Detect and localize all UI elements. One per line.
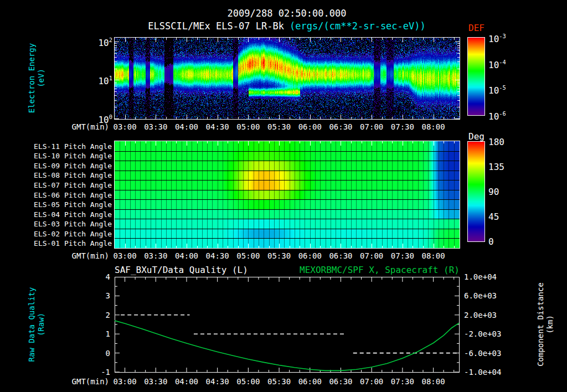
x-tick-label: 06:00 — [298, 378, 322, 386]
bottom-title-left: SAF_BXuT/Data Quality (L) — [115, 266, 248, 274]
x-tick-label: 03:30 — [144, 378, 167, 386]
y-tick-label: -2.0e+03 — [464, 330, 501, 338]
pitch-row-label: ELS-07 Pitch Angle — [34, 180, 112, 189]
colorbar-tick-label: 0 — [488, 238, 494, 246]
x-tick-label: 03:00 — [113, 123, 136, 131]
pitch-row-label: ELS-01 Pitch Angle — [34, 239, 112, 247]
x-tick-label: 07:00 — [360, 378, 383, 386]
y-tick-label: 1 — [106, 330, 110, 338]
distance-y-axis-label: Component Distance (km) — [536, 282, 555, 367]
colorbar-tick-label: 90 — [488, 188, 499, 196]
y-tick-label: -1 — [101, 368, 110, 376]
colorbar-tick-label: 10-6 — [488, 110, 506, 120]
y-tick-label: 102 — [98, 36, 112, 47]
axis-label-line: (eV) — [37, 43, 46, 113]
gmt-axis-label: GMT(min) — [72, 252, 109, 260]
y-tick-label: 6.0e+03 — [464, 292, 497, 300]
y-tick-label: 101 — [98, 75, 112, 85]
x-tick-label: 08:00 — [422, 123, 445, 131]
pitch-row-label: ELS-06 Pitch Angle — [34, 190, 112, 199]
x-tick-label: 05:30 — [267, 378, 291, 386]
x-tick-label: 05:30 — [267, 252, 291, 260]
pitch-angle-canvas — [114, 141, 460, 249]
y-tick-label: 3 — [106, 292, 110, 300]
x-tick-label: 08:00 — [422, 252, 445, 260]
title-instrument: ELSSCIL/MEx ELS-07 LR-Bk — [148, 20, 284, 32]
y-tick-label: 0 — [106, 349, 110, 357]
x-tick-label: 05:00 — [236, 378, 260, 386]
title-units-label: (ergs/(cm**2-sr-sec-eV)) — [284, 20, 426, 32]
x-tick-label: 07:30 — [391, 378, 414, 386]
y-tick-label: 2 — [106, 311, 110, 319]
colorbar-tick-label: 180 — [488, 138, 504, 146]
y-tick-label: 2.0e+03 — [464, 311, 497, 319]
x-tick-label: 04:30 — [206, 252, 229, 260]
deg-colorbar-label: Deg — [468, 132, 484, 141]
pitch-row-label: ELS-04 Pitch Angle — [34, 210, 112, 218]
x-tick-label: 08:00 — [422, 378, 445, 386]
x-tick-label: 04:30 — [206, 378, 229, 386]
x-tick-label: 05:00 — [236, 252, 260, 260]
x-tick-label: 07:00 — [360, 252, 383, 260]
pitch-row-label: ELS-08 Pitch Angle — [34, 171, 112, 179]
x-tick-label: 03:00 — [113, 252, 136, 260]
pitch-row-label: ELS-03 Pitch Angle — [34, 220, 112, 228]
colorbar-tick-label: 45 — [488, 213, 499, 221]
pitch-row-label: ELS-11 Pitch Angle — [34, 142, 112, 150]
def-colorbar-canvas — [467, 37, 485, 116]
distance-curve — [115, 321, 459, 370]
def-colorbar-label: DEF — [468, 24, 484, 32]
quality-y-axis-label: Raw Data Quality (Raw) — [27, 287, 46, 362]
science-plot-screen: 2009/288 02:50:00.000 ELSSCIL/MEx ELS-07… — [0, 0, 567, 392]
x-tick-label: 04:30 — [206, 123, 229, 131]
x-tick-label: 04:00 — [175, 378, 198, 386]
colorbar-tick-label: 10-5 — [488, 84, 506, 95]
y-tick-label: -1.0e+04 — [464, 368, 501, 376]
axis-label-line: (km) — [545, 282, 555, 367]
bottom-title-right: MEXORBMC/SPF X, Spacecraft (R) — [300, 266, 460, 274]
x-tick-label: 03:30 — [144, 123, 167, 131]
colorbar-tick-label: 10-4 — [488, 58, 506, 69]
gmt-axis-label: GMT(min) — [72, 378, 109, 386]
pitch-row-label: ELS-09 Pitch Angle — [34, 161, 112, 169]
x-tick-label: 07:30 — [391, 252, 414, 260]
pitch-row-label: ELS-05 Pitch Angle — [34, 200, 112, 209]
x-tick-label: 03:00 — [113, 378, 136, 386]
x-tick-label: 05:30 — [267, 123, 291, 131]
axis-label-line: Component Distance — [536, 282, 545, 367]
quality-distance-svg — [115, 277, 460, 373]
x-tick-label: 06:30 — [329, 252, 352, 260]
y-tick-label: 100 — [98, 113, 112, 123]
title-line2: ELSSCIL/MEx ELS-07 LR-Bk (ergs/(cm**2-sr… — [148, 22, 426, 30]
x-tick-label: 06:30 — [329, 378, 352, 386]
pitch-row-label: ELS-10 Pitch Angle — [34, 152, 112, 160]
x-tick-label: 06:30 — [329, 123, 352, 131]
y-tick-label: -6.0e+03 — [464, 349, 501, 357]
x-tick-label: 04:00 — [175, 252, 198, 260]
x-tick-label: 03:30 — [144, 252, 167, 260]
colorbar-tick-label: 135 — [488, 163, 504, 171]
deg-colorbar-canvas — [467, 141, 485, 242]
x-tick-label: 05:00 — [236, 123, 260, 131]
x-tick-label: 06:00 — [298, 123, 322, 131]
y-tick-label: 4 — [106, 273, 110, 281]
axis-label-line: Raw Data Quality — [27, 287, 37, 362]
x-tick-label: 07:30 — [391, 123, 414, 131]
spectrogram-canvas — [114, 37, 460, 120]
spectrogram-y-axis-label: Electron Energy (eV) — [27, 43, 46, 113]
plot-frame — [115, 277, 460, 373]
pitch-row-label: ELS-02 Pitch Angle — [34, 229, 112, 238]
colorbar-tick-label: 10-3 — [488, 32, 506, 43]
axis-label-line: (Raw) — [37, 287, 46, 362]
axis-label-line: Electron Energy — [27, 43, 37, 113]
title-datetime: 2009/288 02:50:00.000 — [228, 9, 347, 18]
x-tick-label: 04:00 — [175, 123, 198, 131]
y-tick-label: 1.0e+04 — [464, 273, 497, 281]
x-tick-label: 07:00 — [360, 123, 383, 131]
x-tick-label: 06:00 — [298, 252, 322, 260]
